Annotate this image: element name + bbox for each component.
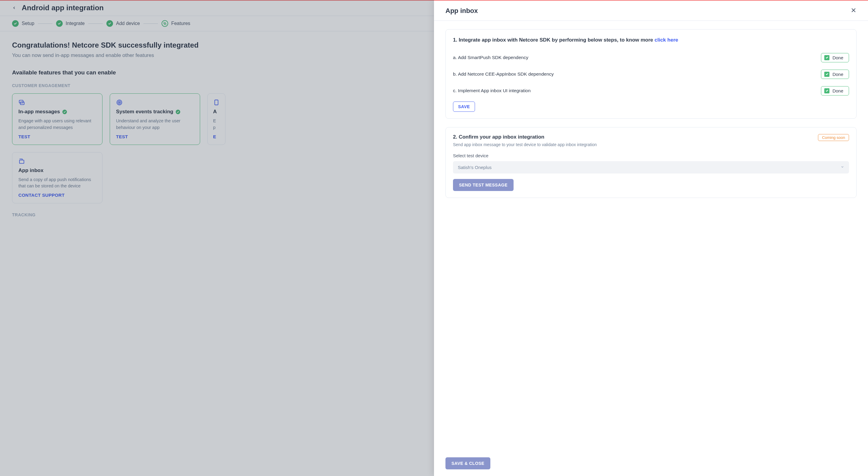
- app-inbox-drawer: App inbox 1. Integrate app inbox with Ne…: [434, 0, 868, 476]
- test-device-select[interactable]: Satish's Oneplus: [453, 161, 849, 173]
- integration-steps-panel: 1. Integrate app inbox with Netcore SDK …: [445, 29, 857, 119]
- task-row: b. Add Netcore CEE-AppInbox SDK dependen…: [453, 66, 849, 83]
- save-close-button[interactable]: SAVE & CLOSE: [445, 457, 490, 469]
- check-icon: [824, 55, 830, 60]
- panel-heading: 1. Integrate app inbox with Netcore SDK …: [453, 36, 849, 44]
- task-row: a. Add SmartPush SDK dependency Done: [453, 50, 849, 66]
- field-label: Select test device: [453, 153, 849, 158]
- done-label: Done: [832, 88, 843, 93]
- confirm-integration-panel: 2. Confirm your app inbox integration Co…: [445, 127, 857, 198]
- close-button[interactable]: [850, 7, 857, 15]
- check-icon: [824, 72, 830, 77]
- drawer-title: App inbox: [445, 7, 478, 15]
- task-row: c. Implement App inbox UI integration Do…: [453, 83, 849, 99]
- save-button[interactable]: SAVE: [453, 101, 475, 112]
- done-label: Done: [832, 72, 843, 77]
- close-icon: [850, 7, 857, 13]
- panel-subtitle: Send app inbox message to your test devi…: [453, 142, 849, 147]
- done-chip[interactable]: Done: [821, 70, 849, 79]
- chevron-down-icon: [841, 165, 844, 169]
- check-icon: [824, 88, 830, 93]
- panel-title: 2. Confirm your app inbox integration: [453, 134, 544, 140]
- task-text: a. Add SmartPush SDK dependency: [453, 55, 528, 60]
- selected-value: Satish's Oneplus: [458, 165, 492, 170]
- coming-soon-badge: Coming soon: [818, 134, 849, 141]
- send-test-message-button[interactable]: SEND TEST MESSAGE: [453, 179, 514, 191]
- task-text: c. Implement App inbox UI integration: [453, 88, 531, 93]
- done-label: Done: [832, 55, 843, 60]
- click-here-link[interactable]: click here: [655, 37, 678, 43]
- done-chip[interactable]: Done: [821, 86, 849, 95]
- task-text: b. Add Netcore CEE-AppInbox SDK dependen…: [453, 71, 554, 77]
- done-chip[interactable]: Done: [821, 53, 849, 62]
